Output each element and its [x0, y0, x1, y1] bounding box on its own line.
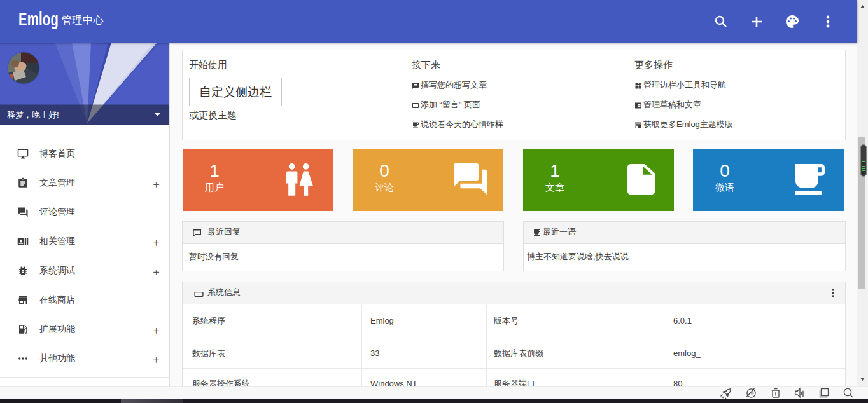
svg-text:释梦，晚上好!: 释梦，晚上好! — [7, 110, 59, 120]
